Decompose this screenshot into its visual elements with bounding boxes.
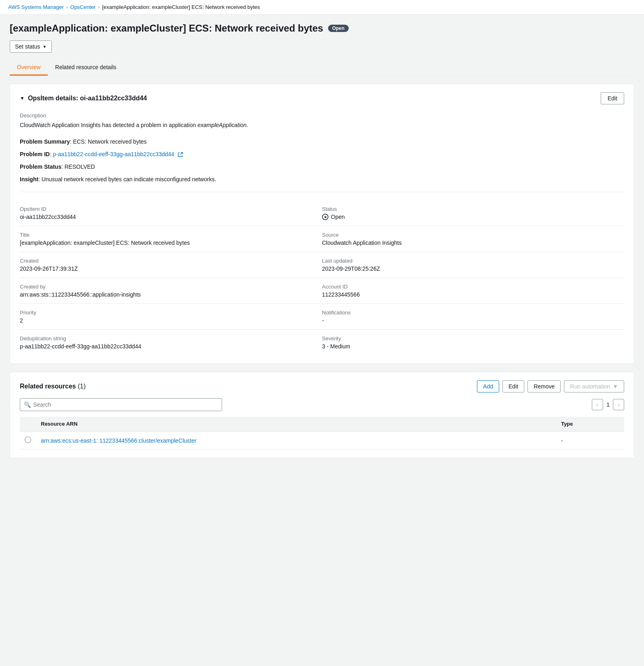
problem-status-label: Problem Status — [20, 163, 61, 170]
description-end: . — [247, 122, 248, 128]
status-text: Open — [331, 214, 345, 220]
breadcrumb-current: [exampleApplication: exampleCluster] ECS… — [102, 4, 260, 10]
opsitem-edit-button[interactable]: Edit — [601, 92, 624, 104]
info-cell-dedup-string: Deduplication string p-aa11bb22-ccdd-eef… — [20, 330, 322, 355]
card-header: ▼ OpsItem details: oi-aa11bb22cc33dd44 E… — [20, 92, 624, 104]
created-by-value: arn:aws:sts::112233445566::application-i… — [20, 291, 306, 298]
description-label: Description — [20, 112, 624, 119]
search-input[interactable] — [20, 398, 222, 411]
last-updated-value: 2023-09-29T08:25:26Z — [322, 265, 624, 272]
problem-status-line: Problem Status: RESOLVED — [20, 163, 624, 171]
run-automation-button[interactable]: Run automation ▼ — [564, 380, 624, 392]
info-cell-source: Source Cloudwatch Application Insights — [322, 226, 624, 252]
search-row: 🔍 ‹ 1 › — [20, 398, 624, 411]
breadcrumb-sep-2: › — [98, 4, 100, 10]
status-open-icon — [322, 214, 328, 220]
col-resource-arn: Resource ARN — [36, 417, 556, 431]
source-label: Source — [322, 232, 624, 238]
set-status-label: Set status — [15, 43, 40, 50]
related-resources-table: Resource ARN Type arn:aws:ecs:us-east-1:… — [20, 417, 624, 450]
tabs-row: Overview Related resource details — [10, 60, 634, 76]
priority-value: 2 — [20, 317, 306, 324]
opsitem-id-label: OpsItem ID — [20, 206, 306, 212]
problem-id-link[interactable]: p-aa11bb22-ccdd-eeff-33gg-aa11bb22cc33dd… — [53, 151, 174, 157]
info-cell-priority: Priority 2 — [20, 304, 322, 330]
status-circle-inner — [324, 216, 326, 218]
table-row: arn:aws:ecs:us-east-1: 112233445566:clus… — [20, 431, 624, 450]
remove-button[interactable]: Remove — [527, 380, 561, 392]
problem-status-value: RESOLVED — [64, 163, 95, 170]
external-link-icon — [178, 152, 183, 157]
breadcrumb-sep-1: › — [66, 4, 68, 10]
breadcrumb: AWS Systems Manager › OpsCenter › [examp… — [0, 0, 644, 15]
insight-label: Insight — [20, 176, 38, 182]
notifications-label: Notifications — [322, 310, 624, 316]
run-automation-arrow-icon: ▼ — [612, 383, 618, 390]
notifications-value: - — [322, 317, 624, 324]
chevron-down-icon: ▼ — [42, 45, 47, 49]
pagination: ‹ 1 › — [592, 399, 624, 410]
created-by-label: Created by — [20, 284, 306, 290]
description-plain: CloudWatch Application Insights has dete… — [20, 122, 197, 128]
info-cell-account-id: Account ID 112233445566 — [322, 278, 624, 304]
created-label: Created — [20, 258, 306, 264]
source-value: Cloudwatch Application Insights — [322, 240, 624, 246]
add-button[interactable]: Add — [477, 380, 499, 392]
page-number: 1 — [606, 401, 610, 408]
created-value: 2023-09-26T17:39:31Z — [20, 265, 306, 272]
related-resources-actions: Add Edit Remove Run automation ▼ — [477, 380, 624, 392]
info-cell-severity: Severity 3 - Medium — [322, 330, 624, 355]
opsitem-id-value: oi-aa11bb22cc33dd44 — [20, 214, 306, 220]
related-title-text: Related resources — [20, 383, 76, 390]
info-cell-created-by: Created by arn:aws:sts::112233445566::ap… — [20, 278, 322, 304]
card-title: ▼ OpsItem details: oi-aa11bb22cc33dd44 — [20, 95, 147, 102]
col-type: Type — [556, 417, 624, 431]
collapse-icon[interactable]: ▼ — [20, 95, 25, 101]
edit-resource-button[interactable]: Edit — [502, 380, 524, 392]
page-title: [exampleApplication: exampleCluster] ECS… — [10, 23, 323, 34]
related-resources-count: (1) — [78, 383, 86, 390]
row-radio-cell[interactable] — [20, 431, 36, 450]
related-resources-card: Related resources (1) Add Edit Remove Ru… — [10, 372, 634, 458]
related-resources-title-group: Related resources (1) — [20, 383, 86, 390]
title-label: Title — [20, 232, 306, 238]
row-radio-input[interactable] — [25, 437, 31, 443]
title-value: [exampleApplication: exampleCluster] ECS… — [20, 240, 306, 246]
description-section: Description CloudWatch Application Insig… — [20, 112, 624, 129]
card-title-text: OpsItem details: oi-aa11bb22cc33dd44 — [28, 95, 147, 102]
info-cell-title: Title [exampleApplication: exampleCluste… — [20, 226, 322, 252]
breadcrumb-opscenter[interactable]: OpsCenter — [70, 4, 96, 10]
last-updated-label: Last updated — [322, 258, 624, 264]
set-status-button[interactable]: Set status ▼ — [10, 40, 52, 53]
description-italic: exampleApplication — [197, 122, 246, 128]
info-cell-status: Status Open — [322, 200, 624, 226]
opsitem-details-card: ▼ OpsItem details: oi-aa11bb22cc33dd44 E… — [10, 84, 634, 364]
row-arn-cell: arn:aws:ecs:us-east-1: 112233445566:clus… — [36, 431, 556, 450]
insight-value: Unusual network received bytes can indic… — [42, 176, 216, 182]
search-icon: 🔍 — [24, 401, 31, 408]
dedup-string-value: p-aa11bb22-ccdd-eeff-33gg-aa11bb22cc33dd… — [20, 343, 306, 350]
info-cell-created: Created 2023-09-26T17:39:31Z — [20, 252, 322, 278]
tab-related-resource-details[interactable]: Related resource details — [48, 60, 123, 76]
search-input-wrap: 🔍 — [20, 398, 222, 411]
problem-id-line: Problem ID: p-aa11bb22-ccdd-eeff-33gg-aa… — [20, 150, 624, 159]
description-text: CloudWatch Application Insights has dete… — [20, 121, 624, 129]
next-page-button[interactable]: › — [613, 399, 624, 410]
tab-overview[interactable]: Overview — [10, 60, 48, 76]
insight-line: Insight: Unusual network received bytes … — [20, 175, 624, 184]
prev-page-button[interactable]: ‹ — [592, 399, 603, 410]
severity-label: Severity — [322, 335, 624, 341]
account-id-value: 112233445566 — [322, 291, 624, 298]
breadcrumb-systems-manager[interactable]: AWS Systems Manager — [8, 4, 64, 10]
status-label: Status — [322, 206, 624, 212]
dedup-string-label: Deduplication string — [20, 335, 306, 341]
severity-value: 3 - Medium — [322, 343, 624, 350]
info-cell-opsitem-id: OpsItem ID oi-aa11bb22cc33dd44 — [20, 200, 322, 226]
related-resources-header: Related resources (1) Add Edit Remove Ru… — [20, 380, 624, 392]
related-resources-title: Related resources (1) — [20, 383, 86, 390]
page-title-row: [exampleApplication: exampleCluster] ECS… — [10, 23, 634, 34]
run-automation-label: Run automation — [570, 383, 610, 390]
col-select — [20, 417, 36, 431]
resource-arn-link[interactable]: arn:aws:ecs:us-east-1: 112233445566:clus… — [41, 437, 196, 444]
divider — [20, 192, 624, 192]
